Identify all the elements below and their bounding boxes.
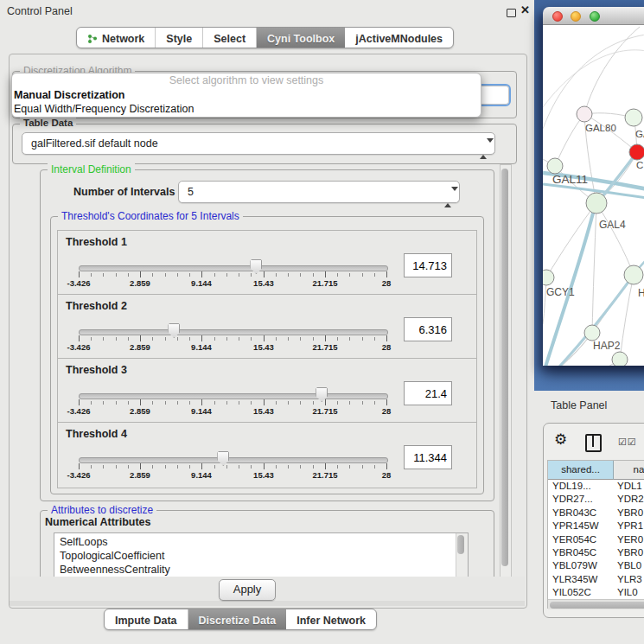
settings-vertical-scrollbar[interactable] — [500, 164, 512, 579]
tab-infer-network[interactable]: Infer Network — [286, 609, 376, 629]
maximize-traffic-light[interactable] — [590, 11, 600, 22]
table-row[interactable]: YDL19...YDL1 — [548, 480, 644, 493]
threshold-1-label: Threshold 1 — [66, 236, 127, 248]
node-GCY1[interactable] — [543, 270, 554, 285]
close-icon[interactable]: ✕ — [520, 3, 530, 16]
control-panel-tabs: Network Style Select Cyni Toolbox jActiv… — [76, 27, 454, 48]
node-label-GCY1: GCY1 — [546, 286, 575, 298]
node-top-right[interactable] — [625, 109, 642, 126]
threshold-4-slider-thumb[interactable] — [217, 451, 229, 466]
threshold-3-slider-track[interactable] — [79, 393, 388, 399]
table-row[interactable]: YBR045CYBR0 — [548, 546, 644, 559]
float-window-icon[interactable] — [507, 9, 516, 17]
table-row[interactable]: YIL052CYIL0 — [548, 586, 644, 599]
node-GAL80[interactable] — [577, 106, 592, 122]
threshold-2-slider-track[interactable] — [79, 329, 388, 335]
column-header-shared[interactable]: shared... — [548, 461, 614, 480]
close-traffic-light[interactable] — [552, 11, 563, 22]
columns-icon[interactable] — [585, 434, 602, 452]
apply-button[interactable]: Apply — [219, 579, 276, 601]
tab-cyni-toolbox[interactable]: Cyni Toolbox — [257, 28, 345, 48]
table-data-label: Table Data — [20, 118, 76, 128]
tick-label: 2.859 — [130, 342, 150, 352]
table-row[interactable]: YBL079WYBL0 — [548, 559, 644, 572]
table-row[interactable]: YPR145WYPR1 — [548, 520, 644, 532]
node-HAP2[interactable] — [584, 325, 600, 341]
table-panel-region: Table Panel ⚙ ☑☑ shared... na YDL19...YD… — [534, 391, 644, 644]
thresholds-group-label: Threshold's Coordinates for 5 Intervals — [58, 210, 243, 222]
number-of-intervals-combobox[interactable]: 5 — [178, 181, 460, 203]
list-item-topologicalcoefficient[interactable]: TopologicalCoefficient — [54, 549, 468, 563]
network-overview-window: GAL80 GA C GAL11 GAL4 GCY1 H HAP2 — [543, 7, 644, 366]
list-item-betweennesscentrality[interactable]: BetweennessCentrality — [54, 563, 468, 577]
algorithm-placeholder-item[interactable]: Select algorithm to view settings — [12, 73, 481, 88]
tab-jactivemnodules[interactable]: jActiveMNodules — [345, 28, 453, 48]
node-GAL11[interactable] — [547, 158, 563, 174]
tick-label: 28 — [382, 278, 392, 288]
threshold-4-value-field[interactable] — [404, 445, 452, 469]
node-bottom[interactable] — [612, 352, 628, 366]
minor-ticks — [79, 273, 387, 277]
attributes-group-label: Attributes to discretize — [48, 504, 156, 516]
threshold-1-slider-track[interactable] — [79, 265, 388, 271]
node-right[interactable] — [624, 265, 643, 284]
table-horizontal-scrollbar[interactable] — [548, 599, 644, 609]
major-tick — [140, 463, 141, 469]
table-row[interactable]: YBR043CYBR0 — [548, 507, 644, 520]
node-selected-red[interactable] — [629, 144, 644, 160]
major-tick — [201, 271, 202, 277]
table-data-value: galFiltered.sif default node — [31, 137, 158, 150]
tab-select[interactable]: Select — [203, 28, 257, 48]
algorithm-option-manual[interactable]: Manual Discretization — [12, 88, 481, 102]
list-item-selfloops[interactable]: SelfLoops — [54, 533, 468, 549]
spinner-icon — [480, 138, 487, 159]
threshold-4-slider-track[interactable] — [79, 457, 388, 463]
table-row[interactable]: YER054CYER0 — [548, 533, 644, 546]
major-tick — [79, 335, 80, 341]
threshold-4-label: Threshold 4 — [66, 428, 127, 440]
tick-label: 28 — [382, 470, 392, 480]
tick-label: 21.715 — [312, 406, 337, 416]
network-canvas[interactable]: GAL80 GA C GAL11 GAL4 GCY1 H HAP2 — [543, 25, 644, 366]
minor-ticks — [79, 465, 387, 469]
table-row[interactable]: YLR345WYLR3 — [548, 573, 644, 586]
node-GAL4[interactable] — [586, 193, 607, 214]
column-header-name[interactable]: na — [614, 461, 644, 480]
threshold-2-panel: Threshold 2 -3.4262.8599.14415.4321.7152… — [57, 294, 477, 360]
major-tick — [140, 335, 141, 341]
tab-style[interactable]: Style — [156, 28, 203, 48]
network-window-titlebar[interactable] — [543, 7, 644, 25]
threshold-3-value-field[interactable] — [404, 381, 452, 405]
number-of-intervals-value: 5 — [188, 186, 194, 198]
table-row[interactable]: YDR27...YDR2 — [548, 493, 644, 506]
select-columns-icon[interactable]: ☑☑ — [618, 437, 637, 448]
list-vertical-scrollbar[interactable] — [456, 533, 468, 582]
numerical-attributes-label: Numerical Attributes — [45, 516, 150, 528]
threshold-1-value-field[interactable] — [404, 253, 452, 277]
tab-impute-data[interactable]: Impute Data — [105, 609, 188, 629]
algorithm-option-equal-width[interactable]: Equal Width/Frequency Discretization — [12, 102, 481, 116]
threshold-1-slider-thumb[interactable] — [250, 259, 262, 274]
tick-label: -3.426 — [67, 470, 91, 480]
scrollbar-thumb[interactable] — [457, 535, 464, 554]
threshold-3-slider-thumb[interactable] — [316, 387, 328, 402]
threshold-2-value-field[interactable] — [404, 317, 452, 341]
tick-label: 15.43 — [253, 342, 274, 352]
major-tick — [79, 271, 80, 277]
scrollbar-thumb[interactable] — [550, 602, 644, 609]
minimize-traffic-light[interactable] — [571, 11, 581, 22]
control-panel-title: Control Panel — [7, 5, 73, 17]
node-label-GAL80: GAL80 — [585, 123, 616, 133]
tick-label: 15.43 — [253, 278, 274, 288]
tab-discretize-data[interactable]: Discretize Data — [188, 609, 287, 629]
scrollbar-thumb[interactable] — [501, 169, 508, 566]
tick-label: -3.426 — [67, 278, 91, 288]
gear-icon[interactable]: ⚙ — [554, 430, 567, 449]
threshold-2-slider-thumb[interactable] — [168, 323, 180, 338]
tick-label: 28 — [382, 342, 392, 352]
tick-label: 2.859 — [130, 470, 150, 480]
table-data-group: Table Data galFiltered.sif default node — [12, 124, 517, 164]
tick-label: 21.715 — [312, 342, 337, 352]
tab-network[interactable]: Network — [77, 28, 156, 48]
table-data-combobox[interactable]: galFiltered.sif default node — [22, 132, 495, 155]
